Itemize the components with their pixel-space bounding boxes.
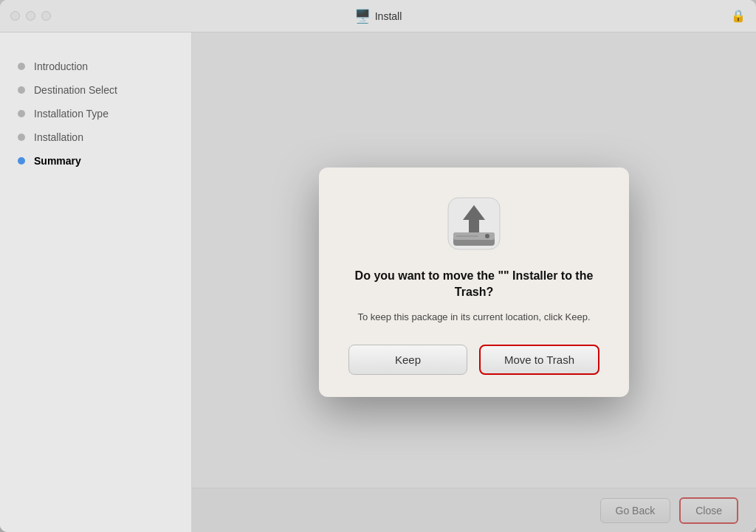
- move-to-trash-button[interactable]: Move to Trash: [479, 345, 599, 375]
- main-content: Introduction Destination Select Installa…: [0, 32, 756, 532]
- sidebar-label-summary: Summary: [34, 155, 81, 167]
- sidebar-label-insttype: Installation Type: [34, 108, 109, 120]
- svg-rect-5: [456, 235, 478, 237]
- sidebar-dot-insttype: [18, 110, 25, 117]
- modal-title: Do you want to move the "" Installer to …: [348, 268, 599, 301]
- modal-dialog: Do you want to move the "" Installer to …: [319, 167, 629, 397]
- titlebar-title: 🖥️ Install: [354, 8, 402, 24]
- maximize-button[interactable]: [41, 11, 51, 21]
- sidebar-item-summary: Summary: [0, 149, 191, 173]
- titlebar: 🖥️ Install 🔒: [0, 0, 756, 32]
- svg-point-4: [485, 234, 489, 238]
- modal-buttons: Keep Move to Trash: [348, 345, 599, 375]
- sidebar-item-installation-type: Installation Type: [0, 102, 191, 125]
- installer-window: 🖥️ Install 🔒 Introduction Destination Se…: [0, 0, 756, 532]
- content-area: successful. alled. Go Back Close: [192, 32, 756, 532]
- sidebar-dot-summary: [18, 157, 25, 165]
- sidebar-label-installation: Installation: [34, 131, 83, 143]
- sidebar-dot-destination: [18, 86, 25, 94]
- minimize-button[interactable]: [26, 11, 35, 21]
- sidebar-item-installation: Installation: [0, 125, 191, 149]
- modal-installer-icon: [444, 194, 504, 253]
- sidebar-dot-introduction: [18, 63, 25, 70]
- sidebar-label-introduction: Introduction: [34, 61, 88, 72]
- sidebar-dot-installation: [18, 134, 25, 141]
- titlebar-icon: 🖥️: [354, 8, 371, 24]
- sidebar-item-introduction: Introduction: [0, 55, 191, 78]
- close-button[interactable]: [10, 11, 20, 21]
- sidebar-item-destination-select: Destination Select: [0, 78, 191, 102]
- sidebar: Introduction Destination Select Installa…: [0, 32, 192, 532]
- keep-button[interactable]: Keep: [348, 345, 467, 375]
- modal-overlay: Do you want to move the "" Installer to …: [192, 32, 756, 532]
- modal-description: To keep this package in its current loca…: [357, 310, 590, 325]
- traffic-lights: [10, 11, 51, 21]
- lock-icon: 🔒: [731, 9, 746, 23]
- sidebar-label-destination: Destination Select: [34, 84, 117, 96]
- titlebar-text: Install: [375, 10, 402, 22]
